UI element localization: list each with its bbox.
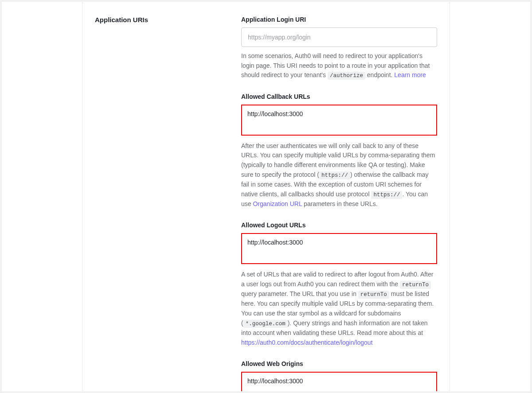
callback-help: After the user authenticates we will onl… [241, 141, 437, 209]
section-title: Application URIs [95, 16, 241, 23]
section-title-column: Application URIs [95, 16, 241, 391]
login-uri-label: Application Login URI [241, 16, 437, 23]
web-origins-input[interactable] [241, 372, 437, 392]
authorize-code: /authorize [328, 72, 365, 80]
organization-url-link[interactable]: Organization URL [253, 200, 302, 207]
logout-input[interactable] [241, 233, 437, 264]
logout-docs-link[interactable]: https://auth0.com/docs/authenticate/logi… [241, 339, 373, 346]
login-uri-input[interactable] [241, 27, 437, 47]
field-login-uri: Application Login URI In some scenarios,… [241, 16, 437, 81]
wildcard-code: *.google.com [243, 320, 288, 328]
field-logout-urls: Allowed Logout URLs A set of URLs that a… [241, 222, 437, 348]
callback-input[interactable] [241, 105, 437, 136]
learn-more-link[interactable]: Learn more [394, 71, 426, 78]
settings-page: Application URIs Application Login URI I… [2, 2, 530, 391]
fields-column: Application Login URI In some scenarios,… [241, 16, 437, 391]
field-web-origins: Allowed Web Origins Comma-separated list… [241, 360, 437, 392]
field-callback-urls: Allowed Callback URLs After the user aut… [241, 93, 437, 209]
logout-help: A set of URLs that are valid to redirect… [241, 270, 437, 348]
returnto-code-2: returnTo [358, 291, 389, 299]
returnto-code: returnTo [400, 281, 431, 289]
login-uri-help: In some scenarios, Auth0 will need to re… [241, 51, 437, 81]
https-code: https:// [319, 171, 350, 179]
web-origins-label: Allowed Web Origins [241, 360, 437, 367]
callback-label: Allowed Callback URLs [241, 93, 437, 100]
logout-label: Allowed Logout URLs [241, 222, 437, 229]
content-container: Application URIs Application Login URI I… [82, 2, 450, 391]
https-code-2: https:// [371, 191, 402, 199]
